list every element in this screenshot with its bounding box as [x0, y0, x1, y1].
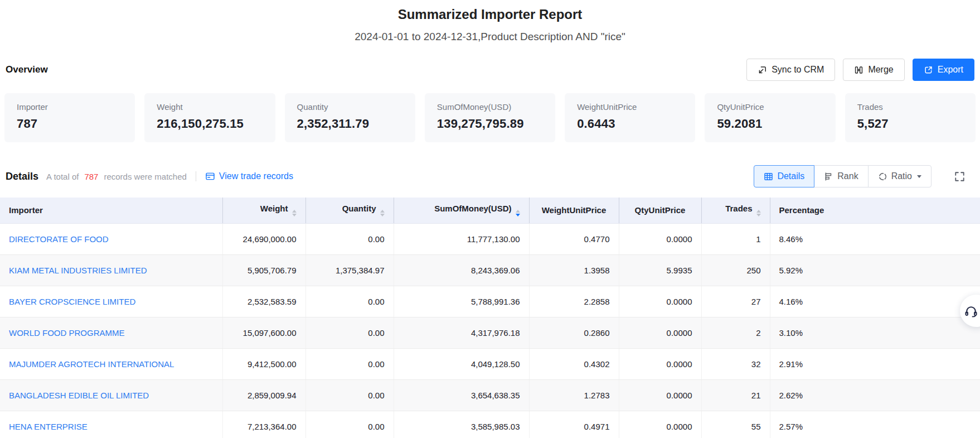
- value-cell: 0.4770: [529, 223, 619, 254]
- sync-to-crm-label: Sync to CRM: [772, 65, 824, 75]
- merge-button[interactable]: Merge: [843, 59, 904, 81]
- details-left: Details A total of 787 records were matc…: [6, 171, 293, 182]
- headset-icon: [964, 304, 978, 318]
- importer-link[interactable]: KIAM METAL INDUSTRIES LIMITED: [9, 266, 147, 275]
- stat-label: WeightUnitPrice: [577, 102, 683, 112]
- sort-caret-icon[interactable]: [380, 210, 385, 216]
- tab-rank[interactable]: Rank: [814, 165, 868, 187]
- table-grid-icon: [764, 172, 773, 181]
- report-header: Summarized Importer Report 2024-01-01 to…: [0, 0, 980, 43]
- importer-link[interactable]: BAYER CROPSCIENCE LIMITED: [9, 297, 135, 306]
- stat-card-quantity: Quantity 2,352,311.79: [285, 93, 415, 142]
- value-cell: 2.57%: [770, 411, 980, 438]
- value-cell: 27: [701, 286, 770, 317]
- value-cell: 0.00: [305, 379, 394, 411]
- value-cell: 2,532,583.59: [222, 286, 305, 317]
- sort-caret-icon[interactable]: [756, 210, 761, 216]
- table-row: BAYER CROPSCIENCE LIMITED2,532,583.590.0…: [0, 286, 980, 317]
- stat-card-weightunitprice: WeightUnitPrice 0.6443: [565, 93, 695, 142]
- col-sumofmoney-sortable[interactable]: SumOfMoney(USD): [394, 198, 529, 223]
- stat-label: SumOfMoney(USD): [437, 102, 543, 112]
- importer-cell: WORLD FOOD PROGRAMME: [0, 317, 222, 348]
- sort-caret-icon[interactable]: [292, 210, 297, 216]
- importer-cell: DIRECTORATE OF FOOD: [0, 223, 222, 254]
- tab-details[interactable]: Details: [754, 165, 814, 187]
- value-cell: 3,585,985.03: [394, 411, 529, 438]
- value-cell: 0.0000: [619, 223, 701, 254]
- export-label: Export: [938, 65, 963, 75]
- importer-cell: BANGLADESH EDIBLE OIL LIMITED: [0, 379, 222, 411]
- stat-value: 216,150,275.15: [157, 117, 263, 131]
- stat-label: Importer: [17, 102, 123, 112]
- col-label: Percentage: [779, 205, 824, 215]
- tab-rank-label: Rank: [837, 171, 858, 181]
- stat-card-importer: Importer 787: [4, 93, 135, 142]
- value-cell: 21: [701, 379, 770, 411]
- stat-value: 2,352,311.79: [297, 117, 403, 131]
- table-row: DIRECTORATE OF FOOD24,690,000.000.0011,7…: [0, 223, 980, 254]
- col-label: SumOfMoney(USD): [434, 204, 511, 213]
- col-importer: Importer: [0, 198, 222, 223]
- value-cell: 8,243,369.06: [394, 254, 529, 286]
- table-row: HENA ENTERPRISE7,213,364.000.003,585,985…: [0, 411, 980, 438]
- export-button[interactable]: Export: [913, 59, 974, 81]
- value-cell: 0.4302: [529, 348, 619, 379]
- importer-cell: HENA ENTERPRISE: [0, 411, 222, 438]
- merge-label: Merge: [868, 65, 893, 75]
- value-cell: 24,690,000.00: [222, 223, 305, 254]
- table-row: MAJUMDER AGROTECH INTERNATIONAL9,412,500…: [0, 348, 980, 379]
- value-cell: 15,097,600.00: [222, 317, 305, 348]
- view-trade-records-link[interactable]: View trade records: [205, 171, 293, 181]
- sort-caret-icon-active-desc[interactable]: [516, 210, 520, 216]
- col-quantity-sortable[interactable]: Quantity: [305, 198, 394, 223]
- value-cell: 3,654,638.35: [394, 379, 529, 411]
- stat-label: Quantity: [297, 102, 403, 112]
- report-subtitle: 2024-01-01 to 2024-12-31,Product Descrip…: [0, 31, 980, 43]
- chevron-down-icon: [917, 175, 921, 178]
- importer-link[interactable]: BANGLADESH EDIBLE OIL LIMITED: [9, 391, 149, 400]
- importer-cell: KIAM METAL INDUSTRIES LIMITED: [0, 254, 222, 286]
- value-cell: 1.2783: [529, 379, 619, 411]
- matched-count: 787: [83, 172, 99, 181]
- value-cell: 0.00: [305, 286, 394, 317]
- value-cell: 55: [701, 411, 770, 438]
- importer-link[interactable]: DIRECTORATE OF FOOD: [9, 234, 109, 244]
- view-mode-switcher: Details Rank: [754, 165, 932, 187]
- value-cell: 4.16%: [770, 286, 980, 317]
- value-cell: 2.91%: [770, 348, 980, 379]
- value-cell: 7,213,364.00: [222, 411, 305, 438]
- col-qtyunitprice: QtyUnitPrice: [619, 198, 701, 223]
- value-cell: 0.0000: [619, 286, 701, 317]
- fullscreen-button[interactable]: [954, 171, 966, 182]
- importer-link[interactable]: MAJUMDER AGROTECH INTERNATIONAL: [9, 359, 174, 369]
- ratio-circle-icon: [878, 172, 887, 181]
- value-cell: 5,788,991.36: [394, 286, 529, 317]
- col-trades-sortable[interactable]: Trades: [701, 198, 770, 223]
- col-weight-sortable[interactable]: Weight: [222, 198, 305, 223]
- stat-card-sumofmoney: SumOfMoney(USD) 139,275,795.89: [425, 93, 555, 142]
- sync-to-crm-button[interactable]: Sync to CRM: [746, 59, 835, 81]
- stat-card-trades: Trades 5,527: [845, 93, 976, 142]
- value-cell: 8.46%: [770, 223, 980, 254]
- value-cell: 0.0000: [619, 379, 701, 411]
- tab-ratio[interactable]: Ratio: [868, 165, 932, 187]
- table-row: KIAM METAL INDUSTRIES LIMITED5,905,706.7…: [0, 254, 980, 286]
- importer-link[interactable]: WORLD FOOD PROGRAMME: [9, 328, 125, 338]
- summarized-importer-report-page: Summarized Importer Report 2024-01-01 to…: [0, 0, 980, 438]
- importer-link[interactable]: HENA ENTERPRISE: [9, 422, 88, 431]
- table-row: BANGLADESH EDIBLE OIL LIMITED2,859,009.9…: [0, 379, 980, 411]
- value-cell: 0.00: [305, 223, 394, 254]
- importer-table: Importer Weight Quantity SumOfMoney(USD)…: [0, 198, 980, 438]
- stat-value: 0.6443: [577, 117, 683, 131]
- importer-cell: BAYER CROPSCIENCE LIMITED: [0, 286, 222, 317]
- stat-value: 139,275,795.89: [437, 117, 543, 131]
- details-right: Details Rank: [754, 165, 974, 187]
- value-cell: 2,859,009.94: [222, 379, 305, 411]
- value-cell: 2: [701, 317, 770, 348]
- table-row: WORLD FOOD PROGRAMME15,097,600.000.004,3…: [0, 317, 980, 348]
- value-cell: 3.10%: [770, 317, 980, 348]
- value-cell: 1.3958: [529, 254, 619, 286]
- matched-text: A total of 787 records were matched: [46, 172, 187, 181]
- view-trade-records-label: View trade records: [219, 171, 293, 181]
- col-label: Weight: [260, 204, 288, 213]
